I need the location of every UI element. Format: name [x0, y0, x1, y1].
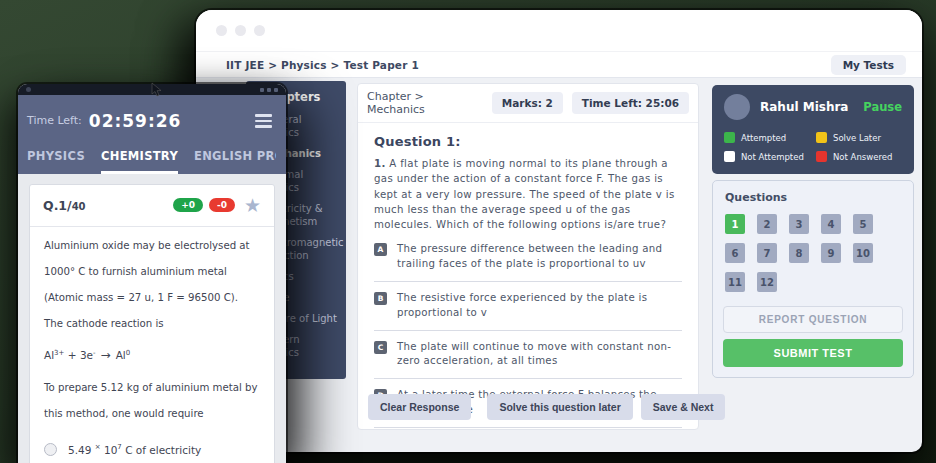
- not-attempted-swatch-icon: [724, 151, 735, 162]
- questions-card: Questions 1 2 3 4 5 6 7 8 9 10 11 12 REP…: [712, 180, 914, 378]
- mouse-cursor-icon: [151, 82, 163, 98]
- window-control-icon[interactable]: [254, 25, 265, 36]
- desktop-content: Chapters General Physics Mechanics Therm…: [196, 78, 922, 452]
- profile-card: Rahul Mishra Pause Attempted Solve Later…: [712, 85, 914, 174]
- question-number: 1.: [374, 158, 386, 169]
- status-panel: Rahul Mishra Pause Attempted Solve Later…: [712, 85, 914, 378]
- negative-marks-badge: -0: [209, 198, 235, 212]
- legend-solve-later: Solve Later: [816, 132, 902, 143]
- clear-response-button[interactable]: Clear Response: [368, 394, 471, 420]
- save-next-button[interactable]: Save & Next: [641, 394, 726, 420]
- legend-not-answered: Not Answered: [816, 151, 902, 162]
- question-text: 1. A flat plate is moving normal to its …: [374, 156, 682, 232]
- divider: [374, 427, 682, 428]
- submit-test-button[interactable]: SUBMIT TEST: [723, 339, 903, 367]
- question-number-9[interactable]: 9: [821, 243, 841, 263]
- tab-physics[interactable]: PHYSICS: [27, 149, 85, 174]
- mobile-question-text: Aluminium oxide may be electrolysed at 1…: [30, 227, 274, 427]
- window-titlebar: [196, 10, 922, 51]
- mobile-question-card: Q.1/40 +0 -0 ★ Aluminium oxide may be el…: [29, 184, 275, 463]
- avatar: [724, 94, 750, 120]
- mobile-app-window: Time Left: 02:59:26 PHYSICS CHEMISTRY EN…: [18, 84, 286, 463]
- question-number-7[interactable]: 7: [757, 243, 777, 263]
- subject-tabs: PHYSICS CHEMISTRY ENGLISH PROFICIENCY: [27, 149, 276, 174]
- divider: [374, 378, 682, 379]
- question-card: Chapter > Mechanics Marks: 2 Time Left: …: [357, 83, 699, 430]
- top-nav-bar: IIT JEE > Physics > Test Paper 1 My Test…: [196, 51, 922, 78]
- option-letter-badge: A: [374, 243, 387, 256]
- divider: [374, 330, 682, 331]
- question-number-12[interactable]: 12: [757, 272, 777, 292]
- question-number-8[interactable]: 8: [789, 243, 809, 263]
- window-control-icon[interactable]: [216, 25, 227, 36]
- question-number-3[interactable]: 3: [789, 214, 809, 234]
- report-question-button[interactable]: REPORT QUESTION: [723, 306, 903, 333]
- option-a[interactable]: A The pressure difference between the le…: [374, 242, 682, 272]
- tab-english-proficiency[interactable]: ENGLISH PROFICIENCY: [194, 149, 276, 174]
- my-tests-button[interactable]: My Tests: [831, 55, 906, 75]
- question-number-2[interactable]: 2: [757, 214, 777, 234]
- hamburger-menu-icon[interactable]: [251, 110, 276, 132]
- prepare-text: To prepare 5.12 kg of aluminium metal by…: [44, 375, 260, 427]
- legend-attempted: Attempted: [724, 132, 810, 143]
- bookmark-star-icon[interactable]: ★: [244, 196, 261, 215]
- divider: [374, 281, 682, 282]
- arrow-icon: →: [101, 348, 111, 362]
- status-icons: [260, 88, 278, 92]
- solve-later-button[interactable]: Solve this question later: [487, 394, 632, 420]
- question-body: Question 1: 1. A flat plate is moving no…: [358, 123, 698, 428]
- positive-marks-badge: +0: [173, 198, 203, 212]
- not-answered-swatch-icon: [816, 151, 827, 162]
- questions-title: Questions: [725, 191, 901, 204]
- breadcrumb[interactable]: IIT JEE > Physics > Test Paper 1: [226, 59, 419, 71]
- question-number-10[interactable]: 10: [853, 243, 873, 263]
- time-left-badge: Time Left: 25:06: [572, 92, 689, 114]
- status-legend: Attempted Solve Later Not Attempted Not …: [724, 132, 902, 162]
- desktop-browser-window: IIT JEE > Physics > Test Paper 1 My Test…: [196, 10, 922, 452]
- option-letter-badge: B: [374, 292, 387, 305]
- time-left-value: 02:59:26: [89, 111, 182, 131]
- question-number-1[interactable]: 1: [725, 214, 745, 234]
- mobile-body: Q.1/40 +0 -0 ★ Aluminium oxide may be el…: [18, 174, 286, 463]
- question-card-header: Chapter > Mechanics Marks: 2 Time Left: …: [358, 84, 698, 123]
- option-letter-badge: C: [374, 341, 387, 354]
- chapter-breadcrumb: Chapter > Mechanics: [367, 90, 483, 116]
- user-name: Rahul Mishra: [760, 100, 853, 114]
- question-paragraph: Aluminium oxide may be electrolysed at 1…: [44, 233, 260, 337]
- mobile-header: Time Left: 02:59:26 PHYSICS CHEMISTRY EN…: [18, 95, 286, 174]
- time-left-label: Time Left:: [27, 114, 82, 127]
- mobile-question-header: Q.1/40 +0 -0 ★: [30, 185, 274, 227]
- option-b[interactable]: B The resistive force experienced by the…: [374, 291, 682, 321]
- question-number-11[interactable]: 11: [725, 272, 745, 292]
- question-number-grid: 1 2 3 4 5 6 7 8 9 10 11 12: [725, 214, 901, 292]
- solve-later-swatch-icon: [816, 132, 827, 143]
- camera-icon: [26, 87, 31, 92]
- radio-button-icon[interactable]: [44, 443, 57, 456]
- legend-not-attempted: Not Attempted: [724, 151, 810, 162]
- marks-badge: Marks: 2: [492, 92, 563, 114]
- window-control-icon[interactable]: [235, 25, 246, 36]
- option-c[interactable]: C The plate will continue to move with c…: [374, 340, 682, 370]
- pause-button[interactable]: Pause: [863, 100, 902, 114]
- cathode-reaction: Al3+ + 3e-→Al0: [44, 346, 260, 365]
- question-title: Question 1:: [374, 134, 682, 149]
- mobile-option-1[interactable]: 5.49 × 107 C of electricity: [30, 443, 274, 456]
- tab-chemistry[interactable]: CHEMISTRY: [101, 149, 178, 174]
- attempted-swatch-icon: [724, 132, 735, 143]
- question-number-5[interactable]: 5: [853, 214, 873, 234]
- question-counter: Q.1/40: [43, 198, 86, 213]
- question-number-4[interactable]: 4: [821, 214, 841, 234]
- question-number-6[interactable]: 6: [725, 243, 745, 263]
- question-footer: Clear Response Solve this question later…: [358, 394, 698, 420]
